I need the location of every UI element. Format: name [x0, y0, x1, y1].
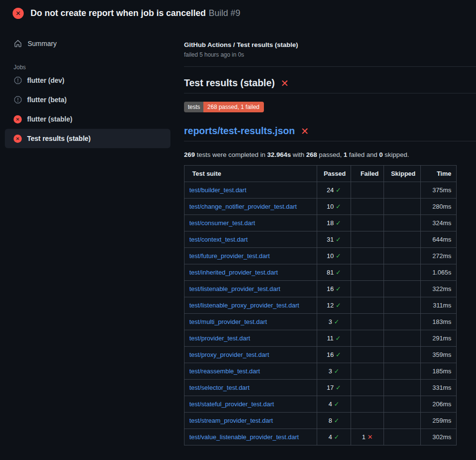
- col-header-skipped: Skipped: [384, 166, 421, 182]
- failed-x-icon: ✕: [280, 78, 289, 88]
- time-cell: 359ms: [421, 347, 457, 363]
- table-row: test/listenable_provider_test.dart16✓322…: [184, 281, 457, 297]
- test-suite-link[interactable]: test/context_test.dart: [189, 236, 248, 243]
- time-cell: 375ms: [421, 182, 457, 199]
- suite-cell: test/consumer_test.dart: [184, 215, 317, 231]
- skipped-cell: [384, 215, 421, 231]
- check-icon: ✓: [334, 400, 339, 408]
- job-label: flutter (beta): [27, 96, 67, 104]
- suite-cell: test/stateful_provider_test.dart: [184, 396, 317, 413]
- passed-cell: 11✓: [317, 330, 351, 347]
- test-suite-link[interactable]: test/builder_test.dart: [189, 186, 246, 194]
- failed-cell: [351, 297, 384, 314]
- skipped-cell: [384, 363, 421, 380]
- failed-cell: [351, 264, 384, 281]
- test-suite-link[interactable]: test/change_notifier_provider_test.dart: [189, 203, 297, 210]
- table-row: test/builder_test.dart24✓375ms: [184, 182, 457, 199]
- sidebar-item-summary[interactable]: Summary: [0, 35, 184, 51]
- failed-status-icon: ✕: [14, 115, 22, 123]
- failed-cell: [351, 330, 384, 347]
- report-file-link[interactable]: reports/test-results.json: [184, 125, 295, 136]
- test-suite-link[interactable]: test/listenable_proxy_provider_test.dart: [189, 302, 299, 309]
- failed-x-icon: ✕: [301, 126, 309, 136]
- time-cell: 183ms: [421, 314, 457, 330]
- passed-cell: 24✓: [317, 182, 351, 199]
- report-heading: reports/test-results.json ✕: [184, 125, 476, 137]
- time-cell: 280ms: [421, 199, 457, 215]
- check-icon: ✓: [336, 269, 341, 276]
- time-cell: 322ms: [421, 281, 457, 297]
- suite-cell: test/inherited_provider_test.dart: [184, 264, 317, 281]
- skipped-cell: [384, 231, 421, 248]
- test-suite-link[interactable]: test/future_provider_test.dart: [189, 252, 270, 260]
- job-label: flutter (dev): [27, 77, 64, 84]
- sidebar-item-flutter-stable[interactable]: ✕ flutter (stable): [5, 109, 170, 129]
- time-cell: 291ms: [421, 330, 457, 347]
- badge-value: 268 passed, 1 failed: [203, 102, 263, 112]
- test-suite-link[interactable]: test/reassemble_test.dart: [189, 368, 260, 375]
- passed-cell: 3✓: [317, 314, 351, 330]
- failed-cell: [351, 380, 384, 396]
- col-header-time: Time: [421, 166, 457, 182]
- test-suite-link[interactable]: test/stream_provider_test.dart: [189, 417, 273, 424]
- failed-cell: [351, 363, 384, 380]
- skipped-cell: [384, 396, 421, 413]
- test-suite-link[interactable]: test/provider_test.dart: [189, 335, 250, 342]
- test-suite-link[interactable]: test/inherited_provider_test.dart: [189, 269, 278, 276]
- skipped-cell: [384, 297, 421, 314]
- col-header-failed: Failed: [351, 166, 384, 182]
- skipped-cell: [384, 413, 421, 429]
- table-row: test/stateful_provider_test.dart4✓206ms: [184, 396, 457, 413]
- suite-cell: test/provider_test.dart: [184, 330, 317, 347]
- test-suite-link[interactable]: test/selector_test.dart: [189, 384, 249, 391]
- breadcrumb: GitHub Actions / Test results (stable): [184, 41, 476, 48]
- sidebar-summary-label: Summary: [28, 40, 57, 47]
- build-number: Build #9: [209, 8, 240, 18]
- cancelled-icon: [14, 96, 22, 104]
- test-suite-link[interactable]: test/listenable_provider_test.dart: [189, 285, 280, 292]
- table-row: test/proxy_provider_test.dart16✓359ms: [184, 347, 457, 363]
- test-suite-link[interactable]: test/stateful_provider_test.dart: [189, 400, 274, 408]
- passed-cell: 17✓: [317, 380, 351, 396]
- skipped-cell: [384, 264, 421, 281]
- build-title-line: Do not create report when job is cancell…: [31, 8, 240, 18]
- col-header-test-suite: Test suite: [184, 166, 317, 182]
- sidebar-item-flutter-dev[interactable]: flutter (dev): [5, 71, 170, 90]
- test-suite-link[interactable]: test/multi_provider_test.dart: [189, 318, 267, 325]
- suite-cell: test/listenable_provider_test.dart: [184, 281, 317, 297]
- test-suite-link[interactable]: test/consumer_test.dart: [189, 219, 255, 227]
- time-cell: 272ms: [421, 248, 457, 264]
- sidebar-item-flutter-beta[interactable]: flutter (beta): [5, 90, 170, 109]
- tests-status-badge: tests 268 passed, 1 failed: [184, 102, 264, 112]
- section-title: Test results (stable): [184, 77, 275, 89]
- sidebar-item-test-results-stable[interactable]: ✕ Test results (stable): [5, 129, 170, 148]
- failed-cell: [351, 215, 384, 231]
- table-row: test/stream_provider_test.dart8✓259ms: [184, 413, 457, 429]
- divider: [184, 93, 476, 93]
- skipped-cell: [384, 281, 421, 297]
- failed-cell: [351, 413, 384, 429]
- failed-cell: [351, 199, 384, 215]
- time-cell: 206ms: [421, 396, 457, 413]
- build-results-page: ✕ Do not create report when job is cance…: [0, 0, 476, 460]
- home-icon: [14, 39, 22, 47]
- test-suite-link[interactable]: test/proxy_provider_test.dart: [189, 351, 269, 358]
- passed-cell: 16✓: [317, 347, 351, 363]
- job-label: Test results (stable): [27, 135, 91, 142]
- failed-count: 1: [344, 151, 348, 158]
- skipped-cell: [384, 380, 421, 396]
- build-header: ✕ Do not create report when job is cance…: [0, 0, 476, 26]
- cancelled-icon: [14, 77, 22, 85]
- passed-cell: 4✓: [317, 429, 351, 445]
- test-suite-link[interactable]: test/value_listenable_provider_test.dart: [189, 433, 299, 441]
- skipped-count: 0: [379, 151, 383, 158]
- failed-cell: [351, 396, 384, 413]
- suite-cell: test/multi_provider_test.dart: [184, 314, 317, 330]
- failed-cell: [351, 248, 384, 264]
- passed-cell: 12✓: [317, 297, 351, 314]
- check-icon: ✓: [336, 186, 341, 194]
- time-cell: 311ms: [421, 297, 457, 314]
- passed-cell: 4✓: [317, 396, 351, 413]
- failed-status-icon: ✕: [14, 135, 22, 143]
- skipped-cell: [384, 199, 421, 215]
